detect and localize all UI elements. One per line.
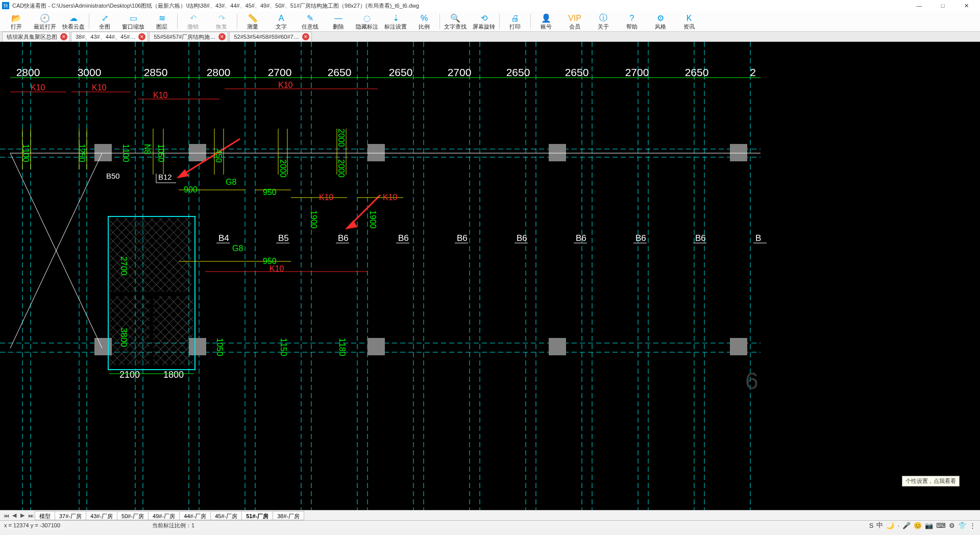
tool-任意线[interactable]: ✎任意线 — [296, 11, 324, 32]
svg-text:1900: 1900 — [369, 210, 377, 229]
layout-tab[interactable]: 37#-厂房 — [55, 511, 86, 520]
tool-屏幕旋转[interactable]: ⟲屏幕旋转 — [470, 11, 498, 32]
close-icon[interactable]: ✕ — [218, 33, 226, 40]
svg-text:1100: 1100 — [121, 144, 130, 162]
tool-测量[interactable]: 📏测量 — [238, 11, 267, 32]
tray-icon[interactable]: · — [897, 522, 899, 529]
tool-icon: ↷ — [216, 13, 227, 23]
svg-text:B4: B4 — [218, 233, 229, 243]
tool-关于[interactable]: ⓘ关于 — [589, 11, 618, 32]
svg-text:B50: B50 — [106, 172, 120, 180]
tool-标注设置[interactable]: ⇣标注设置 — [381, 11, 410, 32]
close-icon[interactable]: ✕ — [60, 33, 67, 40]
tool-icon: % — [419, 13, 429, 23]
tool-label: 帮助 — [626, 23, 638, 30]
svg-text:2700: 2700 — [119, 256, 129, 276]
layout-nav[interactable]: ⏮ — [2, 513, 10, 519]
tool-图层[interactable]: ≋图层 — [148, 11, 176, 32]
layout-nav[interactable]: ▶ — [18, 512, 27, 519]
ime-tray[interactable]: S中🌙·🎤😊📷⌨⚙👕⋮ — [869, 521, 976, 530]
tool-窗口缩放[interactable]: ▭窗口缩放 — [119, 11, 148, 32]
layout-tab[interactable]: 模型 — [35, 511, 55, 520]
svg-text:B: B — [755, 233, 761, 243]
tool-资讯[interactable]: K资讯 — [675, 11, 703, 32]
tray-icon[interactable]: 👕 — [958, 522, 966, 529]
tray-icon[interactable]: 😊 — [914, 522, 922, 529]
status-bar: x = 12374 y = -307100 当前标注比例：1 S中🌙·🎤😊📷⌨⚙… — [0, 520, 980, 530]
tool-打开[interactable]: 📂打开 — [2, 11, 31, 32]
tray-icon[interactable]: ⋮ — [969, 522, 976, 529]
svg-text:G8: G8 — [232, 244, 243, 253]
tool-账号[interactable]: 👤账号 — [532, 11, 560, 32]
layout-tab[interactable]: 51#-厂房 — [241, 511, 273, 520]
svg-text:900: 900 — [184, 185, 198, 194]
tool-icon: ≋ — [157, 13, 167, 23]
svg-rect-41 — [730, 144, 747, 161]
tool-删除[interactable]: —删除 — [324, 11, 353, 32]
tool-撤销[interactable]: ↶撤销 — [179, 11, 207, 32]
close-icon[interactable]: ✕ — [302, 33, 309, 40]
tool-label: 隐藏标注 — [356, 23, 378, 30]
tool-全图[interactable]: ⤢全图 — [90, 11, 119, 32]
layout-tab[interactable]: 45#-厂房 — [210, 511, 242, 520]
drawing-canvas[interactable]: 2800300028502800270026502650270026502650… — [0, 42, 980, 510]
tool-label: 文字查找 — [444, 23, 467, 30]
layout-nav[interactable]: ◀ — [10, 512, 18, 519]
tray-icon[interactable]: S — [869, 522, 874, 529]
tray-icon[interactable]: 📷 — [925, 522, 933, 529]
tool-比例[interactable]: %比例 — [410, 11, 438, 32]
doc-tab[interactable]: 55#56#57#厂房结构施…✕ — [149, 32, 228, 41]
doc-tab[interactable]: 52#53#54#58#59#60#7…✕ — [229, 32, 311, 41]
doc-tab-label: 镇坝家具集聚区总图 — [7, 33, 57, 41]
tool-会员[interactable]: VIP会员 — [560, 11, 589, 32]
svg-rect-55 — [110, 296, 150, 365]
svg-marker-62 — [347, 222, 356, 228]
tool-打印[interactable]: 🖨打印 — [501, 11, 529, 32]
maximize-button[interactable]: □ — [931, 0, 954, 11]
tool-恢复[interactable]: ↷恢复 — [207, 11, 236, 32]
close-icon[interactable]: ✕ — [138, 33, 145, 40]
layout-tab[interactable]: 49#-厂房 — [148, 511, 180, 520]
tool-label: 资讯 — [683, 23, 695, 30]
tool-icon: ⟲ — [479, 13, 489, 23]
svg-text:2650: 2650 — [565, 66, 589, 78]
svg-text:N8: N8 — [143, 144, 152, 155]
svg-rect-44 — [368, 338, 385, 355]
tool-隐藏标注[interactable]: ◌隐藏标注 — [353, 11, 381, 32]
tray-icon[interactable]: ⌨ — [936, 522, 946, 529]
svg-text:K10: K10 — [92, 83, 107, 92]
tool-文字查找[interactable]: 🔍文字查找 — [441, 11, 470, 32]
layout-tab[interactable]: 50#-厂房 — [117, 511, 149, 520]
tool-快看云盘[interactable]: ☁快看云盘 — [59, 11, 88, 32]
hint-tooltip[interactable]: 个性设置，点我看看 — [902, 476, 960, 487]
doc-tab[interactable]: 镇坝家具集聚区总图✕ — [2, 32, 70, 41]
tool-label: 图层 — [156, 23, 167, 30]
minimize-button[interactable]: — — [908, 0, 931, 11]
tool-最近打开[interactable]: 🕘最近打开 — [31, 11, 59, 32]
doc-tab[interactable]: 38#、43#、44#、45#…✕ — [71, 32, 148, 41]
layout-tab[interactable]: 38#-厂房 — [273, 511, 304, 520]
layout-tab[interactable]: 43#-厂房 — [86, 511, 117, 520]
layout-nav[interactable]: ⏭ — [27, 513, 35, 519]
layout-tab[interactable]: 44#-厂房 — [179, 511, 211, 520]
tool-文字[interactable]: A文字 — [267, 11, 296, 32]
close-button[interactable]: ✕ — [954, 0, 978, 11]
tool-label: 关于 — [598, 23, 609, 30]
tray-icon[interactable]: 🌙 — [886, 522, 894, 529]
tool-风格[interactable]: ⚙风格 — [646, 11, 675, 32]
tool-icon: ⓘ — [598, 13, 608, 23]
tool-icon: ⤢ — [100, 13, 110, 23]
tray-icon[interactable]: 🎤 — [902, 522, 911, 529]
tray-icon[interactable]: 中 — [876, 521, 883, 530]
svg-text:2700: 2700 — [268, 66, 292, 78]
svg-text:B6: B6 — [635, 233, 646, 243]
tray-icon[interactable]: ⚙ — [949, 522, 955, 529]
tool-帮助[interactable]: ?帮助 — [618, 11, 646, 32]
svg-text:B6: B6 — [695, 233, 706, 243]
svg-rect-42 — [94, 338, 112, 355]
tool-icon: — — [333, 13, 344, 23]
svg-text:2: 2 — [750, 66, 756, 78]
svg-text:K10: K10 — [383, 193, 398, 202]
toolbar: 📂打开🕘最近打开☁快看云盘⤢全图▭窗口缩放≋图层↶撤销↷恢复📏测量A文字✎任意线… — [0, 11, 980, 32]
titlebar: 快 CAD快速看图 - C:\Users\Administrator\Deskt… — [0, 0, 980, 11]
